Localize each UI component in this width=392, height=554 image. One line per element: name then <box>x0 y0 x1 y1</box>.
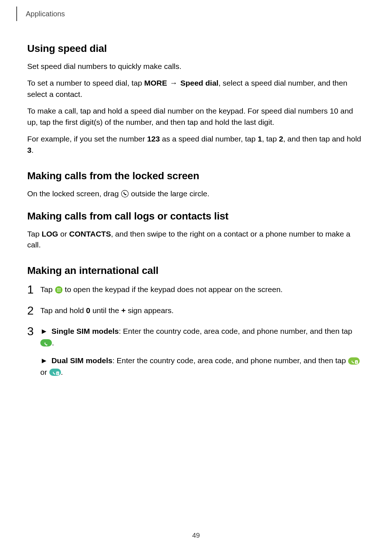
text-fragment: , and then tap and hold <box>283 135 361 143</box>
call-button-icon <box>40 339 52 346</box>
page-header: Applications <box>27 7 365 21</box>
label-zero: 0 <box>86 306 90 315</box>
svg-point-5 <box>57 290 58 291</box>
svg-point-3 <box>58 288 59 289</box>
header-divider <box>16 7 17 21</box>
text-fragment: Tap <box>40 285 55 294</box>
label-speed-dial: Speed dial <box>180 79 219 87</box>
label-single-sim: Single SIM models <box>52 327 119 335</box>
svg-text:2: 2 <box>57 372 58 375</box>
svg-point-9 <box>58 291 59 292</box>
label-more: MORE <box>144 79 167 87</box>
text-fragment: : Enter the country code, area code, and… <box>119 327 352 335</box>
text-fragment: Tap and hold <box>40 306 86 315</box>
text-speed-p3: To make a call, tap and hold a speed dia… <box>27 106 365 128</box>
label-2: 2 <box>279 135 283 143</box>
heading-intl: Making an international call <box>27 265 365 276</box>
svg-text:1: 1 <box>356 361 358 364</box>
text-fragment: to open the keypad if the keypad does no… <box>65 285 283 294</box>
svg-point-8 <box>57 291 58 292</box>
step-2: Tap and hold 0 until the + sign appears. <box>27 305 365 316</box>
label-log: LOG <box>42 230 58 238</box>
text-fragment: outside the large circle. <box>131 189 209 198</box>
triangle-bullet-icon: ► <box>40 325 48 337</box>
phone-outline-icon <box>121 190 129 198</box>
step3-dual: ► Dual SIM models: Enter the country cod… <box>40 355 365 378</box>
intl-steps: Tap to open the keypad if the keypad doe… <box>27 284 365 378</box>
text-fragment: . <box>61 368 63 376</box>
step3-single: ► Single SIM models: Enter the country c… <box>40 325 365 348</box>
label-1: 1 <box>258 135 262 143</box>
call-sim1-icon: 1 <box>348 357 360 365</box>
text-speed-p4: For example, if you set the number 123 a… <box>27 134 365 156</box>
arrow-glyph: → <box>167 79 180 87</box>
section-call-logs: Making calls from call logs or contacts … <box>27 210 365 251</box>
text-fragment: Tap <box>27 230 42 238</box>
svg-point-0 <box>121 190 128 197</box>
call-sim2-icon: 2 <box>49 369 61 376</box>
breadcrumb: Applications <box>26 10 65 18</box>
label-123: 123 <box>147 135 160 143</box>
text-fragment: . <box>52 338 54 347</box>
section-international: Making an international call Tap to open… <box>27 265 365 378</box>
step-3: ► Single SIM models: Enter the country c… <box>27 325 365 378</box>
text-logs-p1: Tap LOG or CONTACTS, and then swipe to t… <box>27 229 365 251</box>
svg-point-4 <box>60 288 61 289</box>
text-fragment: as a speed dial number, tap <box>160 135 258 143</box>
svg-point-10 <box>60 291 61 292</box>
svg-point-7 <box>60 290 61 291</box>
svg-point-2 <box>57 288 58 289</box>
section-locked-screen: Making calls from the locked screen On t… <box>27 170 365 199</box>
heading-speed-dial: Using speed dial <box>27 43 365 54</box>
page-number: 49 <box>0 532 392 539</box>
label-plus: + <box>121 306 126 315</box>
section-speed-dial: Using speed dial Set speed dial numbers … <box>27 43 365 156</box>
label-dual-sim: Dual SIM models <box>52 356 113 365</box>
text-fragment: or <box>58 230 69 238</box>
heading-locked: Making calls from the locked screen <box>27 170 365 182</box>
text-fragment: For example, if you set the number <box>27 135 147 143</box>
text-fragment: To set a number to speed dial, tap <box>27 79 144 87</box>
label-3: 3 <box>27 146 32 154</box>
text-fragment: until the <box>90 306 121 315</box>
text-speed-p2: To set a number to speed dial, tap MORE … <box>27 78 365 100</box>
text-fragment: sign appears. <box>126 306 173 315</box>
text-speed-p1: Set speed dial numbers to quickly make c… <box>27 61 365 72</box>
text-fragment: . <box>32 146 34 154</box>
keypad-icon <box>55 286 63 294</box>
text-fragment: On the locked screen, drag <box>27 189 121 198</box>
text-fragment: or <box>40 368 49 376</box>
label-contacts: CONTACTS <box>69 230 111 238</box>
text-fragment: : Enter the country code, area code, and… <box>113 356 348 365</box>
text-locked-p1: On the locked screen, drag outside the l… <box>27 188 365 199</box>
step-1: Tap to open the keypad if the keypad doe… <box>27 284 365 295</box>
heading-logs: Making calls from call logs or contacts … <box>27 210 365 222</box>
triangle-bullet-icon: ► <box>40 355 48 366</box>
text-fragment: , tap <box>262 135 279 143</box>
svg-point-6 <box>58 290 59 291</box>
